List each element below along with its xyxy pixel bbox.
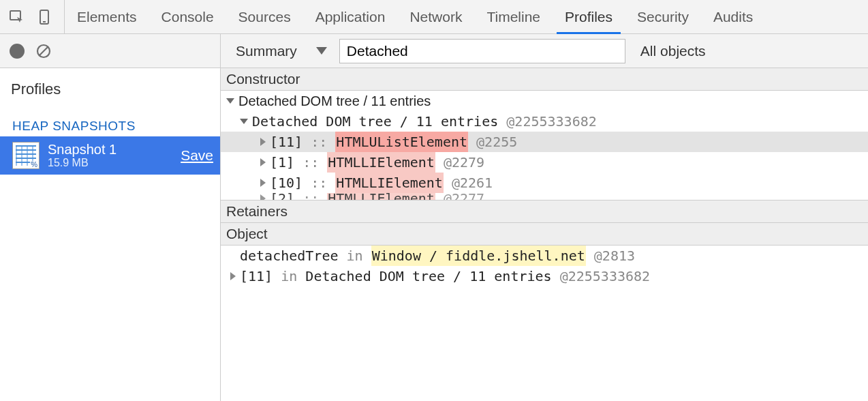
expanded-count: 11 entries	[416, 111, 498, 132]
profiles-sidebar: Profiles HEAP SNAPSHOTS % Snapshot 1 15.…	[0, 34, 221, 401]
retainer-scope: Window / fiddle.jshell.net	[371, 246, 586, 266]
constructor-entry-row[interactable]: [10] :: HTMLLIElement @2261	[221, 173, 868, 193]
sidebar-title: Profiles	[0, 68, 220, 102]
retainer-in: in	[281, 266, 297, 286]
clear-icon[interactable]	[35, 43, 52, 59]
entry-class: HTMLLIElement	[327, 152, 435, 173]
tab-profiles[interactable]: Profiles	[553, 0, 625, 33]
tree-group-row[interactable]: Detached DOM tree / 11 entries	[221, 91, 868, 111]
entry-class: HTMLLIElement	[327, 193, 435, 200]
snapshot-save-link[interactable]: Save	[181, 147, 213, 164]
constructor-header: Constructor	[221, 68, 868, 91]
svg-line-4	[40, 47, 48, 55]
disclosure-right-icon[interactable]	[260, 179, 266, 187]
constructor-entry-row[interactable]: [2] :: HTMLLIElement @2277	[221, 193, 868, 200]
snapshot-text: Snapshot 1 15.9 MB	[48, 142, 181, 169]
separator: ::	[311, 173, 327, 193]
constructor-tree: Detached DOM tree / 11 entries Detached …	[221, 91, 868, 200]
expanded-name: Detached DOM tree	[252, 111, 392, 132]
retainer-key: detachedTree	[240, 246, 339, 266]
object-scope-select[interactable]: All objects	[634, 43, 706, 59]
panel-tabs: ElementsConsoleSourcesApplicationNetwork…	[65, 0, 765, 33]
chevron-down-icon	[316, 47, 327, 55]
sidebar-toolbar	[0, 34, 220, 68]
object-header: Object	[221, 223, 868, 246]
toggle-device-icon[interactable]	[35, 8, 53, 26]
record-button-icon[interactable]	[10, 44, 25, 59]
object-id: @2255333682	[560, 266, 650, 286]
entry-index: [1]	[270, 152, 294, 173]
entry-class: HTMLLIElement	[335, 173, 444, 193]
object-id: @2261	[452, 173, 493, 193]
tree-expanded-row[interactable]: Detached DOM tree / 11 entries @22553336…	[221, 111, 868, 132]
profiles-content: Summary All objects Constructor Detached…	[221, 34, 868, 401]
disclosure-right-icon[interactable]	[260, 194, 266, 200]
retainer-row[interactable]: [11] in Detached DOM tree / 11 entries @…	[221, 266, 868, 286]
entry-index: [2]	[270, 193, 294, 200]
tab-application[interactable]: Application	[303, 0, 398, 33]
tab-security[interactable]: Security	[625, 0, 701, 33]
tab-timeline[interactable]: Timeline	[474, 0, 553, 33]
disclosure-right-icon[interactable]	[230, 272, 236, 280]
disclosure-right-icon[interactable]	[260, 138, 266, 146]
view-select[interactable]: Summary	[229, 42, 331, 61]
devtools-top-toolbar: ElementsConsoleSourcesApplicationNetwork…	[0, 0, 868, 34]
separator: ::	[311, 132, 327, 152]
entry-index: [10]	[270, 173, 303, 193]
view-select-label: Summary	[236, 43, 297, 59]
tab-audits[interactable]: Audits	[701, 0, 765, 33]
object-id: @2255333682	[506, 111, 596, 132]
tab-sources[interactable]: Sources	[226, 0, 303, 33]
object-id: @2279	[444, 152, 484, 173]
disclosure-right-icon[interactable]	[260, 158, 266, 166]
sidebar-heap-snapshots-label: HEAP SNAPSHOTS	[0, 102, 220, 136]
heap-snapshot-icon: %	[12, 142, 40, 169]
constructor-entry-row[interactable]: [11] :: HTMLUListElement @2255	[221, 132, 868, 152]
snapshot-name: Snapshot 1	[48, 142, 181, 157]
main-area: Profiles HEAP SNAPSHOTS % Snapshot 1 15.…	[0, 34, 868, 401]
group-count: 11 entries	[371, 91, 431, 111]
disclosure-down-icon[interactable]	[226, 98, 234, 104]
separator: ::	[303, 193, 319, 200]
object-id: @2813	[594, 246, 635, 266]
group-name: Detached DOM tree	[238, 91, 360, 111]
separator: ::	[303, 152, 319, 173]
retainers-tree: detachedTree in Window / fiddle.jshell.n…	[221, 246, 868, 286]
inspect-element-icon[interactable]	[8, 8, 26, 26]
retainers-header: Retainers	[221, 200, 868, 223]
entry-index: [11]	[270, 132, 303, 152]
object-id: @2255	[476, 132, 517, 152]
object-id: @2277	[444, 193, 484, 200]
tab-elements[interactable]: Elements	[65, 0, 149, 33]
constructor-entry-row[interactable]: [1] :: HTMLLIElement @2279	[221, 152, 868, 173]
content-toolbar: Summary All objects	[221, 34, 868, 68]
retainer-row[interactable]: detachedTree in Window / fiddle.jshell.n…	[221, 246, 868, 266]
snapshot-size: 15.9 MB	[48, 157, 181, 169]
disclosure-down-icon[interactable]	[240, 119, 248, 124]
retainer-idx: [11]	[240, 266, 273, 286]
tab-console[interactable]: Console	[149, 0, 226, 33]
snapshot-item[interactable]: % Snapshot 1 15.9 MB Save	[0, 136, 220, 175]
retainer-name: Detached DOM tree / 11 entries	[305, 266, 551, 286]
entry-class: HTMLUListElement	[335, 132, 468, 152]
retainer-in: in	[347, 246, 363, 266]
tab-network[interactable]: Network	[397, 0, 474, 33]
class-filter-input[interactable]	[339, 39, 625, 63]
toolbar-icon-group	[0, 0, 65, 33]
